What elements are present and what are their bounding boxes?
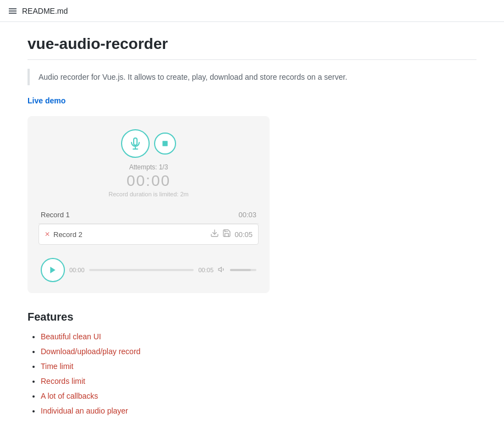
volume-slider[interactable]: [230, 269, 256, 271]
svg-rect-3: [162, 141, 167, 146]
record-2-left-icons: ✕ Record 2: [45, 230, 83, 239]
record-time-1: 00:03: [238, 211, 256, 219]
record-delete-icon[interactable]: ✕: [45, 230, 50, 238]
list-item: Time limit: [41, 361, 476, 372]
list-item: Download/upload/play record: [41, 346, 476, 357]
svg-marker-5: [50, 267, 55, 273]
feature-6: Individual an audio player: [41, 406, 128, 415]
menu-icon[interactable]: [9, 7, 17, 15]
feature-2: Download/upload/play record: [41, 347, 140, 356]
svg-marker-6: [218, 267, 221, 272]
features-section: Features Beautiful clean UI Download/upl…: [28, 311, 476, 417]
feature-3: Time limit: [41, 362, 73, 371]
volume-fill: [230, 269, 251, 271]
list-item: Beautiful clean UI: [41, 331, 476, 343]
audio-player: 00:00 00:05: [39, 254, 259, 282]
list-item: Individual an audio player: [41, 405, 476, 417]
record-save-icon[interactable]: [222, 229, 231, 240]
demo-widget: Attempts: 1/3 00:00 Record duration is l…: [28, 116, 270, 293]
record-name-2: Record 2: [53, 230, 83, 239]
feature-1: Beautiful clean UI: [41, 332, 101, 341]
main-content: vue-audio-recorder Audio recorder for Vu…: [10, 22, 494, 442]
record-row-1: Record 1 00:03: [39, 206, 259, 224]
features-title: Features: [28, 311, 476, 323]
features-list: Beautiful clean UI Download/upload/play …: [28, 331, 476, 417]
list-item: Records limit: [41, 376, 476, 387]
volume-icon[interactable]: [218, 266, 226, 275]
topbar: README.md: [0, 0, 504, 22]
record-2-right-icons: 00:05: [210, 229, 253, 240]
player-time-start: 00:00: [69, 267, 85, 273]
page-title: vue-audio-recorder: [28, 35, 476, 60]
attempts-text: Attempts: 1/3: [39, 163, 259, 171]
description-block: Audio recorder for Vue.js. It allows to …: [28, 69, 476, 85]
list-item: A lot of callbacks: [41, 390, 476, 402]
record-download-icon[interactable]: [210, 229, 219, 240]
mic-button[interactable]: [121, 129, 150, 158]
live-demo-link[interactable]: Live demo: [28, 96, 65, 105]
player-progress-bar[interactable]: [89, 269, 194, 271]
svg-rect-0: [134, 138, 137, 145]
record-name-1: Record 1: [41, 211, 70, 219]
stop-button[interactable]: [154, 133, 176, 155]
feature-5: A lot of callbacks: [41, 392, 98, 400]
record-row-2[interactable]: ✕ Record 2 0: [39, 224, 259, 245]
topbar-filename: README.md: [22, 7, 68, 15]
feature-4: Records limit: [41, 377, 85, 386]
recorder-controls: [39, 129, 259, 158]
description-text: Audio recorder for Vue.js. It allows to …: [39, 73, 347, 81]
duration-limit-text: Record duration is limited: 2m: [39, 191, 259, 197]
record-time-2: 00:05: [234, 230, 253, 239]
player-time-end: 00:05: [198, 267, 213, 273]
play-button[interactable]: [41, 258, 65, 282]
timer-display: 00:00: [39, 172, 259, 190]
